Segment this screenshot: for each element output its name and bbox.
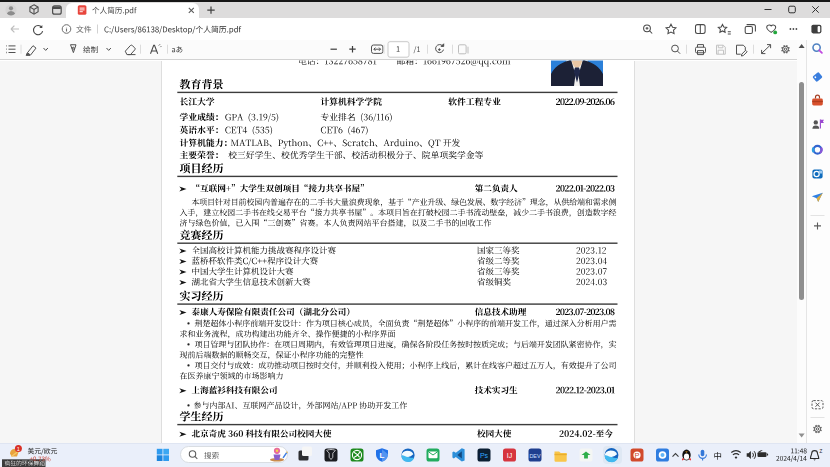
svg-text:IJ: IJ <box>507 452 512 459</box>
svg-text:Z: Z <box>820 449 823 454</box>
svg-text:1: 1 <box>17 446 20 452</box>
svg-text:P: P <box>635 451 640 460</box>
svg-text:L: L <box>380 451 385 460</box>
svg-text:DEV: DEV <box>529 453 540 459</box>
svg-text:Ps: Ps <box>480 452 489 459</box>
